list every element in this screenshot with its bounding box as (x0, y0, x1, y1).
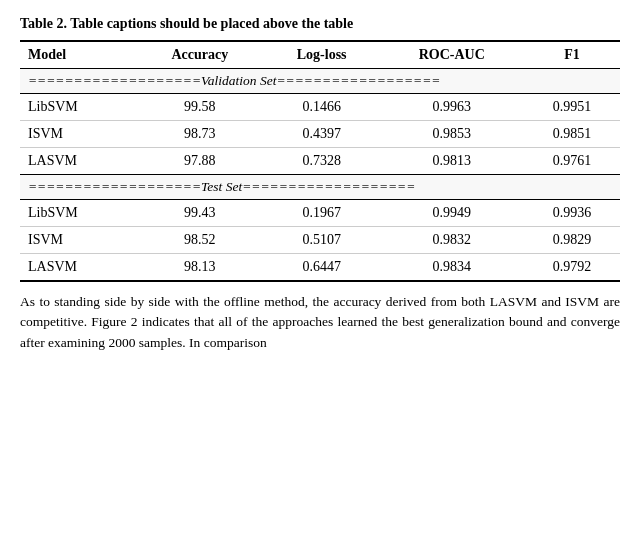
table-row: LASVM 98.13 0.6447 0.9834 0.9792 (20, 254, 620, 282)
table-row: ISVM 98.52 0.5107 0.9832 0.9829 (20, 227, 620, 254)
table-caption: Table 2. Table captions should be placed… (20, 16, 620, 32)
table-row: ISVM 98.73 0.4397 0.9853 0.9851 (20, 121, 620, 148)
cell-roc-auc: 0.9963 (380, 94, 524, 121)
cell-logloss: 0.5107 (264, 227, 380, 254)
cell-roc-auc: 0.9949 (380, 200, 524, 227)
table-row: LibSVM 99.43 0.1967 0.9949 0.9936 (20, 200, 620, 227)
cell-f1: 0.9851 (524, 121, 620, 148)
cell-accuracy: 98.13 (136, 254, 264, 282)
cell-model: LibSVM (20, 200, 136, 227)
data-table: Model Accuracy Log-loss ROC-AUC F1 =====… (20, 40, 620, 282)
cell-roc-auc: 0.9832 (380, 227, 524, 254)
test-divider-text: ===================Test Set=============… (20, 175, 620, 200)
col-roc-auc: ROC-AUC (380, 41, 524, 69)
cell-f1: 0.9936 (524, 200, 620, 227)
cell-model: LASVM (20, 148, 136, 175)
cell-roc-auc: 0.9813 (380, 148, 524, 175)
cell-accuracy: 97.88 (136, 148, 264, 175)
cell-f1: 0.9829 (524, 227, 620, 254)
col-logloss: Log-loss (264, 41, 380, 69)
table-row: LibSVM 99.58 0.1466 0.9963 0.9951 (20, 94, 620, 121)
cell-roc-auc: 0.9853 (380, 121, 524, 148)
table-row: LASVM 97.88 0.7328 0.9813 0.9761 (20, 148, 620, 175)
cell-model: ISVM (20, 121, 136, 148)
cell-logloss: 0.4397 (264, 121, 380, 148)
validation-divider-row: ===================Validation Set=======… (20, 69, 620, 94)
cell-logloss: 0.1466 (264, 94, 380, 121)
cell-logloss: 0.1967 (264, 200, 380, 227)
cell-f1: 0.9792 (524, 254, 620, 282)
cell-f1: 0.9761 (524, 148, 620, 175)
cell-accuracy: 99.43 (136, 200, 264, 227)
cell-accuracy: 98.52 (136, 227, 264, 254)
cell-model: LibSVM (20, 94, 136, 121)
table-header-row: Model Accuracy Log-loss ROC-AUC F1 (20, 41, 620, 69)
cell-model: ISVM (20, 227, 136, 254)
cell-logloss: 0.6447 (264, 254, 380, 282)
cell-logloss: 0.7328 (264, 148, 380, 175)
cell-f1: 0.9951 (524, 94, 620, 121)
validation-divider-text: ===================Validation Set=======… (20, 69, 620, 94)
test-divider-row: ===================Test Set=============… (20, 175, 620, 200)
cell-accuracy: 99.58 (136, 94, 264, 121)
col-model: Model (20, 41, 136, 69)
body-paragraph: As to standing side by side with the off… (20, 292, 620, 353)
col-accuracy: Accuracy (136, 41, 264, 69)
cell-accuracy: 98.73 (136, 121, 264, 148)
cell-roc-auc: 0.9834 (380, 254, 524, 282)
col-f1: F1 (524, 41, 620, 69)
cell-model: LASVM (20, 254, 136, 282)
